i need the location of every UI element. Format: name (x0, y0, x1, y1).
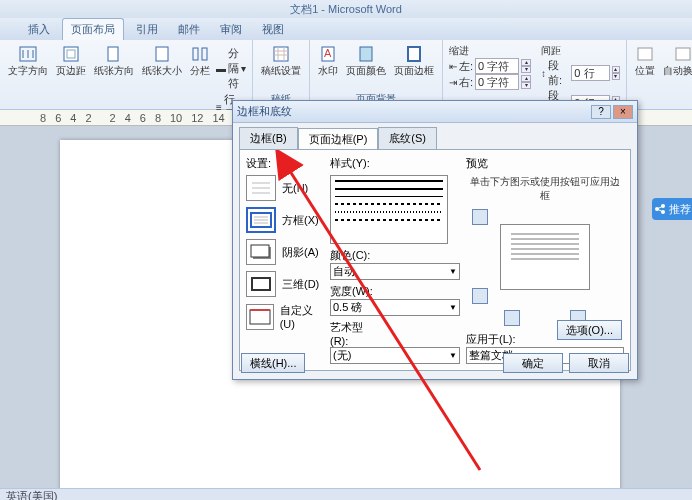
dialog-titlebar[interactable]: 边框和底纹 ? × (233, 101, 637, 123)
tab-insert[interactable]: 插入 (20, 19, 58, 40)
group-label (633, 106, 692, 107)
tab-mailings[interactable]: 邮件 (170, 19, 208, 40)
spin-down[interactable]: ▾ (521, 82, 531, 89)
border-bottom-toggle[interactable] (472, 288, 488, 304)
page-color-button[interactable]: 页面颜色 (344, 44, 388, 79)
svg-rect-26 (250, 310, 270, 324)
apply-to-label: 应用于(L): (466, 332, 526, 347)
setting-label: 设置: (246, 156, 324, 171)
page-border-button[interactable]: 页面边框 (392, 44, 436, 79)
border-top-toggle[interactable] (472, 209, 488, 225)
language-status[interactable]: 英语(美国) (6, 490, 57, 500)
close-button[interactable]: × (613, 105, 633, 119)
ribbon-tabs: 插入 页面布局 引用 邮件 审阅 视图 (0, 18, 692, 40)
orientation-button[interactable]: 纸张方向 (92, 44, 136, 79)
svg-rect-5 (193, 48, 198, 60)
svg-rect-4 (156, 47, 168, 61)
spacing-before-input[interactable]: 0 行 (571, 65, 609, 81)
paper-settings-button[interactable]: 稿纸设置 (259, 44, 303, 79)
cancel-button[interactable]: 取消 (569, 353, 629, 373)
tab-references[interactable]: 引用 (128, 19, 166, 40)
svg-rect-1 (64, 47, 78, 61)
chevron-down-icon: ▼ (449, 303, 457, 312)
spacing-before: ↕段前:0 行▴▾ (541, 58, 620, 88)
setting-custom[interactable]: 自定义(U) (246, 303, 324, 330)
tab-review[interactable]: 审阅 (212, 19, 250, 40)
spin-up[interactable]: ▴ (521, 59, 531, 66)
svg-rect-10 (360, 47, 372, 61)
preview-page (500, 224, 590, 290)
share-icon (654, 203, 666, 215)
spin-up[interactable]: ▴ (521, 75, 531, 82)
spin-down[interactable]: ▾ (612, 73, 621, 80)
dialog-title: 边框和底纹 (237, 104, 292, 119)
text-direction-button[interactable]: 文字方向 (6, 44, 50, 79)
dialog-tabs: 边框(B) 页面边框(P) 底纹(S) (233, 123, 637, 149)
preview-label: 预览 (466, 156, 624, 171)
size-button[interactable]: 纸张大小 (140, 44, 184, 79)
breaks-button[interactable]: ▬ 分隔符 ▾ (216, 46, 246, 91)
side-panel-tab[interactable]: 推荐 (652, 198, 692, 220)
width-combo[interactable]: 0.5 磅▼ (330, 299, 460, 316)
width-label: 宽度(W): (330, 284, 378, 299)
svg-rect-24 (251, 245, 269, 257)
svg-rect-12 (638, 48, 652, 60)
indent-right-input[interactable]: 0 字符 (475, 74, 519, 90)
svg-rect-7 (274, 47, 288, 61)
title-bar: 文档1 - Microsoft Word (0, 0, 692, 18)
svg-rect-13 (676, 48, 690, 60)
style-list[interactable] (330, 175, 448, 244)
preview-canvas (466, 209, 624, 304)
spacing-label: 间距 (541, 44, 620, 58)
group-paper: 稿纸设置 稿纸 (253, 40, 310, 109)
color-combo[interactable]: 自动▼ (330, 263, 460, 280)
app-title: 文档1 - Microsoft Word (290, 2, 402, 17)
art-combo[interactable]: (无)▼ (330, 347, 460, 364)
setting-3d[interactable]: 三维(D) (246, 271, 324, 297)
group-page-setup: 文字方向 页边距 纸张方向 纸张大小 分栏 ▬ 分隔符 ▾ ≡ 行号 ▾ ⁻ 断… (0, 40, 253, 109)
art-label: 艺术型(R): (330, 320, 378, 347)
chevron-down-icon: ▼ (449, 351, 457, 360)
svg-rect-6 (202, 48, 207, 60)
tab-page-border[interactable]: 页面边框(P) (298, 128, 379, 150)
wrap-button[interactable]: 自动换行 (661, 44, 692, 79)
borders-shading-dialog: 边框和底纹 ? × 边框(B) 页面边框(P) 底纹(S) 设置: 无(N) 方… (232, 100, 638, 380)
tab-shading[interactable]: 底纹(S) (378, 127, 437, 149)
options-button[interactable]: 选项(O)... (557, 320, 622, 340)
spin-up[interactable]: ▴ (612, 66, 621, 73)
help-button[interactable]: ? (591, 105, 611, 119)
indent-right: ⇥右:0 字符▴▾ (449, 74, 531, 90)
status-bar: 英语(美国) (0, 488, 692, 500)
tab-view[interactable]: 视图 (254, 19, 292, 40)
preview-hint: 单击下方图示或使用按钮可应用边框 (466, 175, 624, 203)
setting-none[interactable]: 无(N) (246, 175, 324, 201)
watermark-button[interactable]: A水印 (316, 44, 340, 79)
position-button[interactable]: 位置 (633, 44, 657, 79)
tab-page-layout[interactable]: 页面布局 (62, 18, 124, 40)
color-label: 颜色(C): (330, 248, 378, 263)
ok-button[interactable]: 确定 (503, 353, 563, 373)
dialog-body: 设置: 无(N) 方框(X) 阴影(A) 三维(D) 自定义(U) 样式(Y):… (239, 149, 631, 371)
group-page-background: A水印 页面颜色 页面边框 页面背景 (310, 40, 443, 109)
setting-box[interactable]: 方框(X) (246, 207, 324, 233)
group-arrange: 位置 自动换行 上移一层 (627, 40, 692, 109)
svg-rect-11 (408, 47, 420, 61)
svg-rect-25 (252, 278, 270, 290)
spin-down[interactable]: ▾ (521, 66, 531, 73)
group-paragraph: 缩进 ⇤左:0 字符▴▾ ⇥右:0 字符▴▾ 间距 ↕段前:0 行▴▾ ↕段后:… (443, 40, 627, 109)
horizontal-line-button[interactable]: 横线(H)... (241, 353, 305, 373)
indent-left: ⇤左:0 字符▴▾ (449, 58, 531, 74)
svg-rect-3 (108, 47, 118, 61)
chevron-down-icon: ▼ (449, 267, 457, 276)
margins-button[interactable]: 页边距 (54, 44, 88, 79)
border-left-toggle[interactable] (504, 310, 520, 326)
svg-text:A: A (324, 47, 332, 59)
style-label: 样式(Y): (330, 156, 460, 171)
tab-borders[interactable]: 边框(B) (239, 127, 298, 149)
indent-left-input[interactable]: 0 字符 (475, 58, 519, 74)
columns-button[interactable]: 分栏 (188, 44, 212, 79)
indent-label: 缩进 (449, 44, 531, 58)
setting-shadow[interactable]: 阴影(A) (246, 239, 324, 265)
